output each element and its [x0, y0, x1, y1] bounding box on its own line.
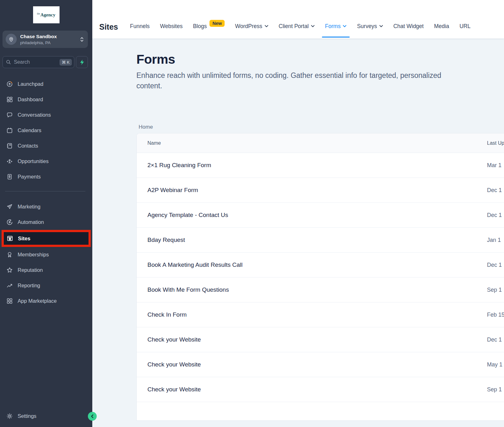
sidebar-item-automation[interactable]: Automation [0, 214, 92, 230]
app-window: theAgency Chase Sandbox philadelphia, PA… [0, 0, 504, 427]
sidebar-item-calendars[interactable]: Calendars [0, 123, 92, 138]
opportunities-icon [6, 158, 13, 165]
payments-icon [6, 173, 13, 180]
sidebar-item-launchpad[interactable]: Launchpad [0, 76, 92, 92]
app-marketplace-icon [6, 298, 13, 304]
tab-label: Forms [325, 23, 341, 30]
table-row[interactable]: 2×1 Rug Cleaning FormMar 1 [137, 153, 504, 178]
sidebar-item-contacts[interactable]: Contacts [0, 138, 92, 154]
contacts-icon [6, 143, 13, 149]
tab-forms[interactable]: Forms [325, 23, 347, 30]
table-body: 2×1 Rug Cleaning FormMar 1A2P Webinar Fo… [137, 153, 504, 402]
sidebar-item-label: Calendars [18, 127, 41, 133]
annotation-highlight-box: Sites [2, 230, 91, 247]
sidebar-item-sites[interactable]: Sites [4, 232, 89, 245]
sidebar-item-label: Automation [18, 219, 44, 225]
form-last-updated: Dec 1 [487, 262, 502, 268]
tab-blogs[interactable]: BlogsNew [193, 23, 225, 30]
avatar [6, 34, 17, 45]
sidebar-item-label: Sites [18, 236, 30, 242]
account-location: philadelphia, PA [20, 40, 57, 45]
table-row[interactable]: Check your WebsiteDec 1 [137, 327, 504, 352]
sidebar-item-memberships[interactable]: Memberships [0, 247, 92, 262]
table-row[interactable]: A2P Webinar FormDec 1 [137, 178, 504, 203]
new-badge: New [209, 20, 225, 27]
sidebar-item-marketing[interactable]: Marketing [0, 199, 92, 214]
conversations-icon [6, 112, 13, 118]
logo-name: Agency [40, 12, 55, 17]
sidebar-item-label: Memberships [18, 252, 49, 258]
tab-label: Websites [160, 23, 183, 30]
sidebar: theAgency Chase Sandbox philadelphia, PA… [0, 0, 92, 427]
gear-icon [6, 413, 13, 419]
tab-label: Media [434, 23, 449, 30]
sidebar-item-label: Dashboard [18, 97, 43, 102]
form-name[interactable]: Check your Website [147, 386, 201, 393]
form-name[interactable]: Check In Form [147, 311, 187, 318]
sidebar-item-payments[interactable]: Payments [0, 169, 92, 184]
sidebar-item-label: Contacts [18, 143, 38, 149]
sidebar-item-reporting[interactable]: Reporting [0, 278, 92, 293]
tab-label: Funnels [130, 23, 150, 30]
column-header-name: Name [147, 140, 161, 146]
search-row: Search ⌘ K [3, 56, 88, 68]
sidebar-collapse-button[interactable] [88, 412, 97, 421]
table-row[interactable]: Check your WebsiteSep 1 [137, 377, 504, 402]
table-header: Name Last Up [137, 133, 504, 153]
sidebar-item-label: Conversations [18, 112, 51, 118]
sidebar-item-app-marketplace[interactable]: App Marketplace [0, 293, 92, 309]
account-switcher[interactable]: Chase Sandbox philadelphia, PA [3, 31, 88, 48]
tab-funnels[interactable]: Funnels [130, 23, 150, 30]
form-name[interactable]: Book With Me Form Questions [147, 286, 229, 293]
marketing-icon [6, 203, 13, 210]
table-row[interactable]: Book With Me Form QuestionsSep 1 [137, 278, 504, 302]
tab-websites[interactable]: Websites [160, 23, 183, 30]
column-header-last-updated: Last Up [487, 140, 504, 146]
table-row[interactable]: Check your WebsiteMay 1 [137, 352, 504, 377]
form-name[interactable]: 2×1 Rug Cleaning Form [147, 162, 211, 169]
chevron-down-icon [265, 25, 268, 27]
quick-actions-button[interactable] [76, 56, 88, 68]
sidebar-item-reputation[interactable]: Reputation [0, 262, 92, 278]
form-name[interactable]: Bday Request [147, 237, 185, 243]
form-last-updated: Sep 1 [487, 386, 502, 393]
search-input[interactable]: Search ⌘ K [3, 56, 74, 68]
breadcrumb[interactable]: Home [139, 124, 504, 130]
sites-icon [7, 235, 13, 242]
table-row[interactable]: Check In FormFeb 15 [137, 302, 504, 327]
sidebar-item-label: Reporting [18, 283, 40, 289]
form-name[interactable]: Check your Website [147, 336, 201, 343]
form-last-updated: May 1 [487, 361, 502, 368]
tab-url[interactable]: URL [460, 23, 471, 30]
sidebar-item-dashboard[interactable]: Dashboard [0, 92, 92, 107]
form-name[interactable]: Check your Website [147, 361, 201, 368]
sidebar-item-settings[interactable]: Settings [0, 408, 92, 424]
sidebar-nav: LaunchpadDashboardConversationsCalendars… [0, 76, 92, 309]
automation-icon [6, 219, 13, 225]
sidebar-item-conversations[interactable]: Conversations [0, 107, 92, 123]
reporting-icon [6, 282, 13, 289]
reputation-icon [6, 267, 13, 273]
launchpad-icon [6, 81, 13, 87]
table-row[interactable]: Bday RequestJan 1 [137, 228, 504, 253]
form-last-updated: Sep 1 [487, 287, 502, 293]
tab-client-portal[interactable]: Client Portal [279, 23, 315, 30]
form-name[interactable]: Agency Template - Contact Us [147, 212, 228, 219]
calendar-icon [6, 127, 13, 134]
form-name[interactable]: Book A Marketing Audit Results Call [147, 261, 243, 268]
sidebar-item-opportunities[interactable]: Opportunities [0, 154, 92, 169]
search-shortcut-badge: ⌘ K [60, 59, 72, 66]
tab-chat-widget[interactable]: Chat Widget [393, 23, 424, 30]
form-name[interactable]: A2P Webinar Form [147, 187, 198, 194]
forms-table: Name Last Up 2×1 Rug Cleaning FormMar 1A… [136, 133, 504, 421]
tab-media[interactable]: Media [434, 23, 449, 30]
page-content: Forms Enhance reach with unlimited forms… [92, 38, 504, 427]
tab-surveys[interactable]: Surveys [357, 23, 383, 30]
table-row[interactable]: Agency Template - Contact UsDec 1 [137, 203, 504, 228]
top-navigation: Sites FunnelsWebsitesBlogsNewWordPressCl… [92, 0, 504, 38]
page-title: Forms [136, 52, 504, 67]
tab-label: Chat Widget [393, 23, 424, 30]
table-row[interactable]: Book A Marketing Audit Results CallDec 1 [137, 253, 504, 278]
tab-label: Surveys [357, 23, 377, 30]
tab-wordpress[interactable]: WordPress [235, 23, 268, 30]
